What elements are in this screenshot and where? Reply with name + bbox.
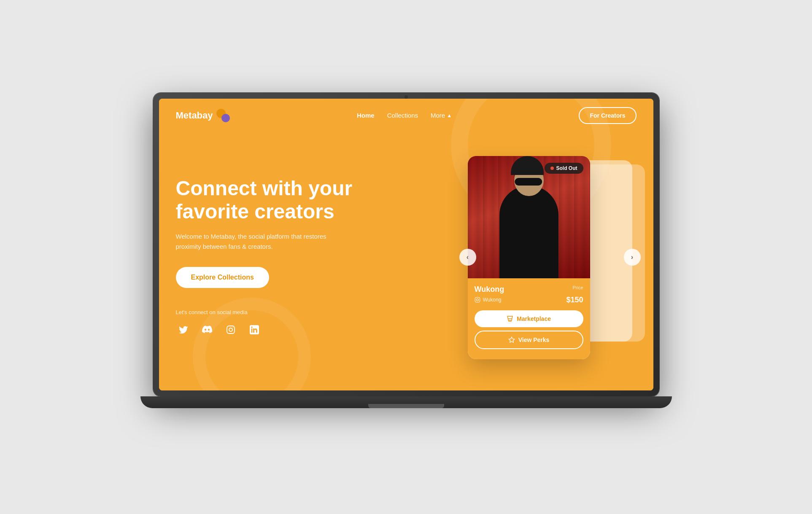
- marketplace-btn-label: Marketplace: [517, 315, 551, 322]
- laptop-base: [140, 396, 672, 408]
- camera-notch: [405, 95, 408, 99]
- card-creator: Wukong: [475, 297, 502, 303]
- card-price-label: Price: [572, 285, 583, 290]
- social-section: Let's connect on social media: [176, 309, 353, 337]
- card-body: Wukong Price Wukong: [468, 278, 590, 359]
- card-price: $150: [566, 296, 583, 304]
- navbar: Metabay Home Collections More ▲: [159, 99, 653, 132]
- card-info-row: Wukong Price: [475, 285, 583, 294]
- hero-section: Connect with your favorite creators Welc…: [159, 132, 653, 390]
- nav-links: Home Collections More ▲: [357, 112, 452, 119]
- explore-collections-button[interactable]: Explore Collections: [176, 267, 269, 288]
- hero-left: Connect with your favorite creators Welc…: [176, 177, 353, 337]
- linkedin-icon[interactable]: [247, 322, 262, 337]
- svg-rect-0: [227, 326, 235, 334]
- nav-home[interactable]: Home: [357, 112, 375, 119]
- logo-text: Metabay: [176, 110, 213, 121]
- card-name: Wukong: [475, 285, 504, 294]
- laptop-body: Metabay Home Collections More ▲: [153, 93, 659, 396]
- twitter-icon[interactable]: [176, 322, 191, 337]
- svg-point-4: [476, 299, 478, 301]
- sold-out-text: Sold Out: [556, 165, 577, 171]
- hero-title: Connect with your favorite creators: [176, 177, 353, 223]
- hero-right: ‹: [468, 156, 637, 358]
- card-prev-button[interactable]: ‹: [459, 249, 476, 266]
- for-creators-button[interactable]: For Creators: [579, 107, 636, 124]
- main-card: Sold Out Wukong Price: [468, 156, 590, 359]
- sold-out-badge: Sold Out: [545, 163, 583, 174]
- nav-collections[interactable]: Collections: [387, 112, 418, 119]
- hero-subtitle: Welcome to Metabay, the social platform …: [176, 231, 336, 252]
- social-label: Let's connect on social media: [176, 309, 353, 315]
- nav-more-label: More: [431, 112, 445, 119]
- social-icons: [176, 322, 353, 337]
- svg-point-6: [510, 321, 511, 321]
- svg-rect-3: [475, 297, 480, 302]
- discord-icon[interactable]: [200, 322, 215, 337]
- svg-point-1: [229, 328, 232, 331]
- instagram-icon[interactable]: [223, 322, 238, 337]
- nav-more[interactable]: More ▲: [431, 112, 452, 119]
- logo-circle-purple: [221, 114, 230, 122]
- view-perks-button[interactable]: View Perks: [475, 331, 583, 349]
- perks-btn-label: View Perks: [518, 336, 550, 343]
- card-next-button[interactable]: ›: [624, 249, 641, 266]
- card-creator-name: Wukong: [483, 297, 502, 303]
- card-image: Sold Out: [468, 156, 590, 278]
- marketplace-button[interactable]: Marketplace: [475, 310, 583, 327]
- logo-icon: [216, 109, 230, 122]
- laptop-wrapper: Metabay Home Collections More ▲: [153, 93, 659, 422]
- screen-content: Metabay Home Collections More ▲: [159, 99, 653, 390]
- svg-marker-7: [509, 337, 514, 342]
- svg-point-5: [509, 321, 509, 321]
- logo[interactable]: Metabay: [176, 109, 230, 122]
- sold-out-dot: [550, 167, 554, 170]
- card-creator-row: Wukong $150: [475, 296, 583, 304]
- laptop-screen: Metabay Home Collections More ▲: [159, 99, 653, 390]
- chevron-up-icon: ▲: [447, 113, 452, 118]
- svg-point-2: [232, 327, 233, 328]
